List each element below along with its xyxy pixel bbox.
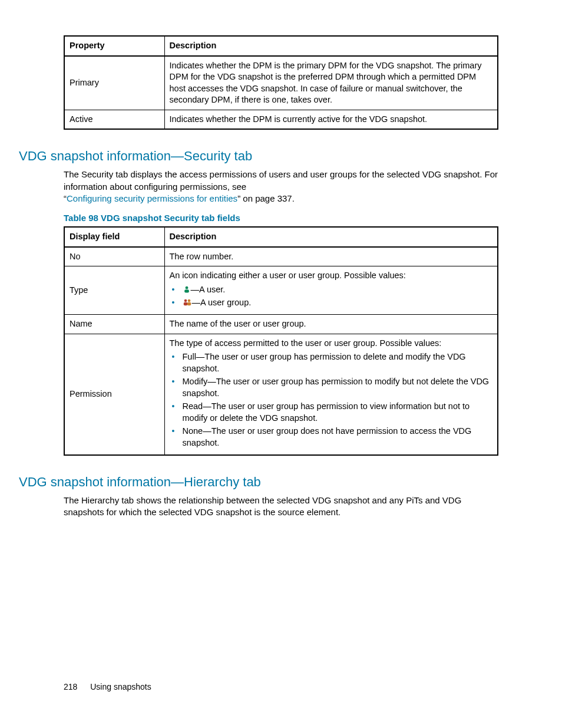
table-row: Name The name of the user or user group. — [64, 314, 498, 334]
table-header-row: Property Description — [64, 36, 498, 56]
svg-point-2 — [184, 299, 187, 302]
cell-description: The name of the user or user group. — [164, 314, 498, 334]
th-property: Property — [64, 36, 164, 56]
svg-rect-4 — [183, 302, 187, 305]
th-description: Description — [164, 36, 498, 56]
user-icon — [183, 285, 191, 294]
cell-field: No — [64, 247, 164, 266]
text-security-intro: The Security tab displays the access per… — [64, 169, 498, 191]
cell-field: Permission — [64, 334, 164, 455]
th-description: Description — [164, 227, 498, 247]
svg-point-3 — [187, 299, 190, 302]
heading-hierarchy-tab: VDG snapshot information—Hierarchy tab — [19, 475, 498, 490]
cell-property: Primary — [64, 56, 164, 110]
page-number: 218 — [64, 682, 77, 691]
table-security-fields: Display field Description No The row num… — [64, 226, 498, 455]
cell-description: The row number. — [164, 247, 498, 266]
table-row: Type An icon indicating either a user or… — [64, 266, 498, 315]
text-user: —A user. — [191, 285, 226, 294]
list-item: None—The user or user group does not hav… — [180, 426, 493, 449]
text-group: —A user group. — [192, 298, 252, 307]
table-property-description: Property Description Primary Indicates w… — [64, 35, 498, 130]
th-display-field: Display field — [64, 227, 164, 247]
cell-property: Active — [64, 110, 164, 129]
cell-field: Type — [64, 266, 164, 315]
table-header-row: Display field Description — [64, 227, 498, 247]
svg-rect-1 — [184, 289, 189, 292]
quote-close-pageref: ” on page 337. — [237, 193, 295, 203]
user-group-icon — [183, 298, 192, 307]
cell-description: Indicates whether the DPM is the primary… — [164, 56, 498, 110]
cell-field: Name — [64, 314, 164, 334]
paragraph-security-intro: The Security tab displays the access per… — [64, 169, 498, 205]
heading-security-tab: VDG snapshot information—Security tab — [19, 149, 498, 164]
cell-description: An icon indicating either a user or user… — [164, 266, 498, 315]
list-item: —A user group. — [180, 297, 493, 309]
list-item: —A user. — [180, 284, 493, 296]
text-type-lead: An icon indicating either a user or user… — [170, 271, 406, 280]
table-row: Permission The type of access permitted … — [64, 334, 498, 455]
list-permission-values: Full—The user or user group has permissi… — [170, 351, 493, 449]
cell-description: Indicates whether the DPM is currently a… — [164, 110, 498, 129]
table-caption-98: Table 98 VDG snapshot Security tab field… — [64, 213, 498, 223]
text-perm-lead: The type of access permitted to the user… — [170, 338, 442, 348]
table-row: Active Indicates whether the DPM is curr… — [64, 110, 498, 129]
paragraph-hierarchy: The Hierarchy tab shows the relationship… — [64, 495, 498, 519]
svg-point-0 — [185, 286, 188, 289]
footer-title: Using snapshots — [90, 682, 151, 691]
table-row: Primary Indicates whether the DPM is the… — [64, 56, 498, 110]
link-configuring-security[interactable]: Configuring security permissions for ent… — [67, 193, 237, 203]
list-item: Modify—The user or user group has permis… — [180, 376, 493, 399]
list-type-values: —A user. —A user group. — [170, 284, 493, 309]
page-footer: 218 Using snapshots — [64, 682, 151, 691]
cell-description: The type of access permitted to the user… — [164, 334, 498, 455]
table-row: No The row number. — [64, 247, 498, 266]
list-item: Read—The user or user group has permissi… — [180, 401, 493, 424]
svg-rect-5 — [187, 302, 190, 305]
list-item: Full—The user or user group has permissi… — [180, 351, 493, 374]
